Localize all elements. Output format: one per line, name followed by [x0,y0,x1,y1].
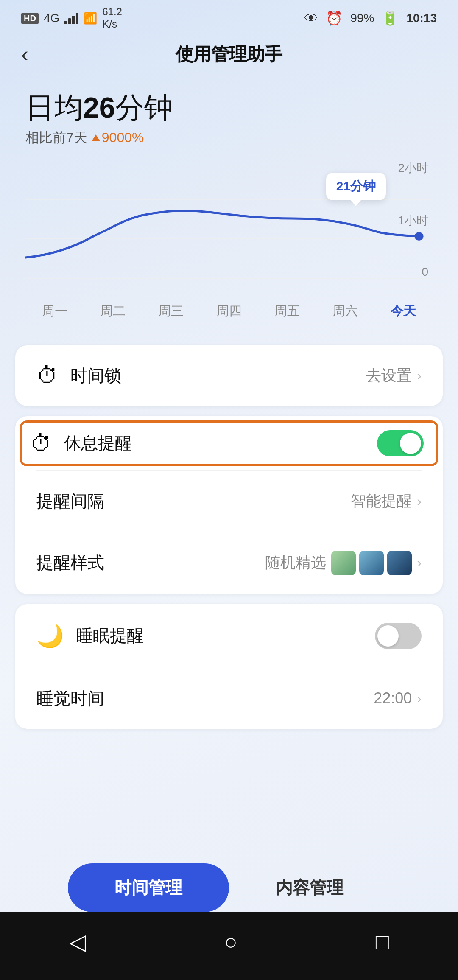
timelock-row[interactable]: ⏱ 时间锁 去设置 › [15,345,443,406]
nav-recent-icon[interactable]: □ [376,929,389,955]
rest-reminder-card: ⏱ 休息提醒 提醒间隔 智能提醒 › 提醒样式 随机精选 [15,416,443,594]
reminder-interval-label: 提醒间隔 [36,490,104,513]
style-thumbnails [331,551,412,575]
alarm-icon: ⏰ [326,10,343,26]
battery-icon: 🔋 [382,10,399,26]
thumb-2 [359,551,384,575]
wifi-icon: 📶 [84,12,97,25]
rest-reminder-wrapper: ⏱ 休息提醒 [15,420,443,466]
stats-section: 日均26分钟 相比前7天 9000% [0,75,458,156]
rest-reminder-left: ⏱ 休息提醒 [30,431,132,455]
x-label-thu: 周四 [216,302,242,320]
sleep-reminder-label: 睡眠提醒 [76,624,144,647]
page-header: ‹ 使用管理助手 [0,34,458,75]
time-display: 10:13 [406,11,437,25]
back-button[interactable]: ‹ [21,43,28,65]
rest-reminder-icon: ⏱ [30,432,52,454]
timelock-card: ⏱ 时间锁 去设置 › [15,345,443,406]
sleep-toggle[interactable] [375,623,422,649]
x-label-sat: 周六 [332,302,358,320]
arrow-up-icon [92,134,100,141]
battery-percent: 99% [350,11,374,25]
rest-reminder-toggle[interactable] [377,430,424,456]
sleep-reminder-row: 🌙 睡眠提醒 [15,604,443,668]
sleep-time-label: 睡觉时间 [36,687,104,710]
x-label-fri: 周五 [274,302,300,320]
chart-x-labels: 周一 周二 周三 周四 周五 周六 今天 [25,296,433,320]
increase-value: 9000% [102,130,144,146]
status-left: HD 4G 📶 61.2 K/s [21,6,122,31]
reminder-style-label: 提醒样式 [36,551,104,574]
svg-point-4 [414,232,423,241]
rest-reminder-label: 休息提醒 [64,431,132,455]
thumb-3 [387,551,412,575]
chart-tooltip: 21分钟 [326,173,386,200]
hd-badge: HD [21,13,39,24]
bottom-tabs: 时间管理 内容管理 [0,863,458,912]
network-speed: 61.2 K/s [102,6,122,31]
toggle-knob [400,433,421,454]
reminder-interval-right[interactable]: 智能提醒 › [351,491,422,512]
timelock-icon: ⏱ [36,364,59,386]
chart-section: 2小时 1小时 0 21分钟 周一 周二 周三 周四 周五 周六 今天 [0,160,458,337]
reminder-interval-value: 智能提醒 [351,491,412,512]
reminder-interval-chevron: › [417,493,422,509]
daily-avg-suffix: 分钟 [115,91,173,123]
reminder-interval-row[interactable]: 提醒间隔 智能提醒 › [15,471,443,532]
status-bar: HD 4G 📶 61.2 K/s 👁 ⏰ 99% 🔋 10:13 [0,0,458,34]
sleep-time-right[interactable]: 22:00 › [374,689,422,707]
daily-avg-value: 26 [83,91,115,123]
reminder-style-value: 随机精选 [265,552,326,573]
reminder-style-left: 提醒样式 [36,551,104,574]
reminder-style-chevron: › [417,555,422,571]
stats-increase: 9000% [92,130,144,146]
sleep-icon: 🌙 [36,625,64,647]
reminder-style-right[interactable]: 随机精选 › [265,551,422,575]
x-label-wed: 周三 [158,302,184,320]
reminder-interval-left: 提醒间隔 [36,490,104,513]
sleep-time-chevron: › [417,691,422,706]
compare-label: 相比前7天 [25,129,87,147]
tab-content-management[interactable]: 内容管理 [229,863,390,912]
timelock-chevron: › [417,368,422,384]
x-label-tue: 周二 [100,302,126,320]
timelock-right[interactable]: 去设置 › [366,365,422,386]
network-type: 4G [44,11,59,25]
nav-bar: ◁ ○ □ [0,912,458,980]
nav-home-icon[interactable]: ○ [224,929,237,955]
eye-icon: 👁 [304,11,318,26]
reminder-style-row[interactable]: 提醒样式 随机精选 › [15,532,443,594]
sleep-time-left: 睡觉时间 [36,687,104,710]
nav-back-icon[interactable]: ◁ [69,929,86,955]
chart-container: 21分钟 [25,160,433,296]
x-label-today: 今天 [391,302,416,320]
rest-reminder-highlight: ⏱ 休息提醒 [20,420,438,466]
sleep-time-value: 22:00 [374,689,412,707]
timelock-action: 去设置 [366,365,412,386]
status-right: 👁 ⏰ 99% 🔋 10:13 [304,10,437,26]
stats-subtitle: 相比前7天 9000% [25,129,433,147]
page-title: 使用管理助手 [176,42,282,66]
sleep-toggle-knob [377,625,399,647]
daily-average: 日均26分钟 [25,92,433,123]
x-label-mon: 周一 [42,302,67,320]
daily-avg-prefix: 日均 [25,91,83,123]
thumb-1 [331,551,356,575]
signal-bars [64,12,78,24]
sleep-reminder-card: 🌙 睡眠提醒 睡觉时间 22:00 › [15,604,443,729]
sleep-time-row[interactable]: 睡觉时间 22:00 › [15,668,443,729]
tab-time-management[interactable]: 时间管理 [68,863,229,912]
timelock-left: ⏱ 时间锁 [36,364,121,387]
timelock-label: 时间锁 [70,364,121,387]
sleep-reminder-left: 🌙 睡眠提醒 [36,624,144,647]
